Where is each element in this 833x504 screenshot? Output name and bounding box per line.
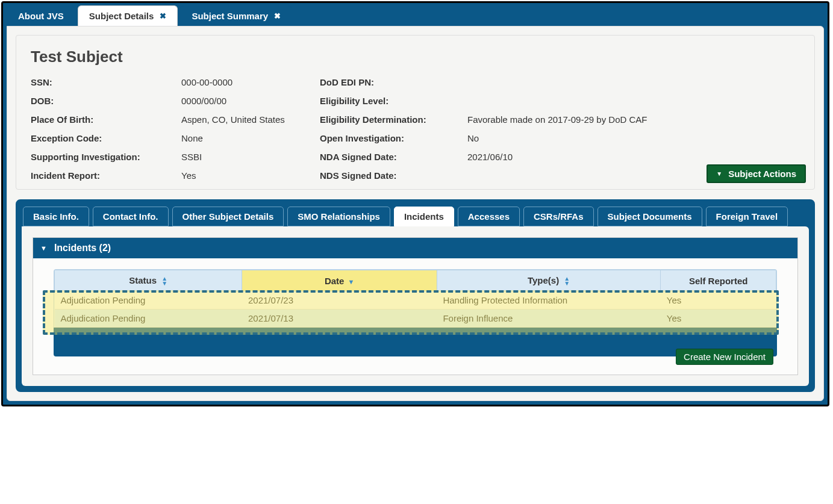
label-elig-level: Eligibility Level: [320,96,467,106]
button-label: Subject Actions [728,169,796,179]
tab-subject-details[interactable]: Subject Details ✖ [78,5,178,26]
main-panel: Test Subject SSN: 000-00-0000 DoD EDI PN… [7,26,824,401]
label-nda: NDA Signed Date: [320,152,467,162]
col-date[interactable]: Date ▼ [242,270,437,291]
label-elig-det: Eligibility Determination: [320,114,467,125]
table-row[interactable]: Adjudication Pending 2021/07/23 Handling… [55,291,776,310]
label-exception: Exception Code: [31,133,181,143]
tab-subject-summary[interactable]: Subject Summary ✖ [180,5,292,26]
col-label: Date [325,276,345,286]
tab-label: Subject Details [89,11,154,21]
caret-down-icon: ▼ [716,170,722,177]
value-open-inv: No [467,133,800,143]
cell-date: 2021/07/13 [242,310,437,328]
value-nda: 2021/06/10 [467,152,800,162]
label-open-inv: Open Investigation: [320,133,467,143]
cell-types: Handling Protected Information [437,291,660,310]
value-elig-det: Favorable made on 2017-09-29 by DoD CAF [467,114,800,125]
incidents-panel-body: Status ▲▼ Date ▼ Type(s) [33,258,797,375]
app-window: About JVS Subject Details ✖ Subject Summ… [1,1,829,406]
value-edi [467,77,800,87]
subject-actions-button[interactable]: ▼ Subject Actions [707,164,806,183]
sort-icon: ▲▼ [161,276,167,286]
col-types[interactable]: Type(s) ▲▼ [437,270,660,291]
tab-accesses[interactable]: Accesses [458,207,520,226]
col-label: Status [129,275,157,285]
top-tabs: About JVS Subject Details ✖ Subject Summ… [3,3,828,26]
value-elig-level [467,96,800,106]
table-row[interactable]: Adjudication Pending 2021/07/13 Foreign … [55,310,776,328]
cell-selfrep: Yes [661,310,776,328]
incidents-panel: ▼ Incidents (2) [33,237,798,375]
tab-other-details[interactable]: Other Subject Details [172,207,284,226]
value-supporting-inv: SSBI [181,152,320,162]
col-status[interactable]: Status ▲▼ [55,270,242,291]
label-ssn: SSN: [31,77,181,87]
close-icon[interactable]: ✖ [160,11,166,20]
tab-about-jvs[interactable]: About JVS [7,5,75,26]
table-header-row: Status ▲▼ Date ▼ Type(s) [55,270,776,291]
subject-summary-box: Test Subject SSN: 000-00-0000 DoD EDI PN… [16,35,815,190]
tab-subject-documents[interactable]: Subject Documents [597,207,702,226]
incidents-table: Status ▲▼ Date ▼ Type(s) [54,270,776,328]
sort-desc-icon: ▼ [348,278,355,285]
cell-types: Foreign Influence [437,310,660,328]
subject-info-grid: SSN: 000-00-0000 DoD EDI PN: DOB: 0000/0… [31,77,800,181]
label-pob: Place Of Birth: [31,114,181,125]
label-nds: NDS Signed Date: [320,170,467,181]
value-ssn: 000-00-0000 [181,77,320,87]
value-exception: None [181,133,320,143]
table-footer-bar [54,328,777,356]
col-self-reported[interactable]: Self Reported [661,270,776,291]
cell-status: Adjudication Pending [55,310,242,328]
tab-smo-relationships[interactable]: SMO Relationships [287,207,390,226]
incidents-panel-title: Incidents (2) [54,243,111,254]
button-label: Create New Incident [684,352,766,362]
caret-down-icon: ▼ [40,244,47,252]
incidents-table-wrap: Status ▲▼ Date ▼ Type(s) [54,269,777,328]
tab-label: About JVS [18,11,64,21]
sub-tabs: Basic Info. Contact Info. Other Subject … [22,205,809,226]
sub-tab-content: ▼ Incidents (2) [22,226,809,386]
close-icon[interactable]: ✖ [274,11,281,20]
value-incident-report: Yes [181,170,320,181]
tab-csrs-rfas[interactable]: CSRs/RFAs [523,207,594,226]
col-label: Type(s) [528,275,559,285]
tab-foreign-travel[interactable]: Foreign Travel [706,207,788,226]
col-label: Self Reported [689,276,748,286]
label-edi: DoD EDI PN: [320,77,467,87]
tab-contact-info[interactable]: Contact Info. [93,207,169,226]
cell-status: Adjudication Pending [55,291,242,310]
label-supporting-inv: Supporting Investigation: [31,152,181,162]
tab-incidents[interactable]: Incidents [394,207,454,226]
sort-icon: ▲▼ [564,276,570,286]
tab-basic-info[interactable]: Basic Info. [23,207,89,226]
page-title: Test Subject [31,48,800,66]
incidents-panel-header[interactable]: ▼ Incidents (2) [33,238,797,258]
lower-panel: Basic Info. Contact Info. Other Subject … [16,199,815,392]
cell-selfrep: Yes [661,291,776,310]
value-dob: 0000/00/00 [181,96,320,106]
label-dob: DOB: [31,96,181,106]
tab-label: Subject Summary [192,11,268,21]
value-pob: Aspen, CO, United States [181,114,320,125]
label-incident-report: Incident Report: [31,170,181,181]
create-new-incident-button[interactable]: Create New Incident [676,349,773,365]
cell-date: 2021/07/23 [242,291,437,310]
